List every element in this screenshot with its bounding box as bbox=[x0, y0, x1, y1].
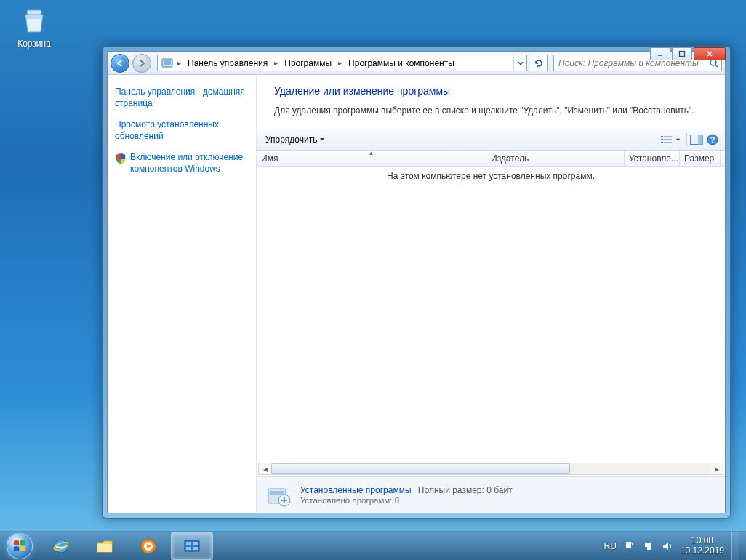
taskbar-ie[interactable] bbox=[40, 532, 82, 560]
recycle-bin-desktop-icon[interactable]: Корзина bbox=[13, 6, 55, 49]
view-button[interactable] bbox=[656, 132, 685, 147]
minimize-button[interactable] bbox=[650, 47, 670, 60]
svg-rect-7 bbox=[661, 136, 663, 137]
media-player-icon bbox=[138, 537, 159, 555]
chevron-down-icon bbox=[518, 60, 524, 66]
recycle-bin-label: Корзина bbox=[13, 39, 55, 49]
svg-rect-4 bbox=[164, 60, 171, 65]
status-bar: Установленные программы Полный размер: 0… bbox=[257, 476, 725, 513]
taskbar-media-player[interactable] bbox=[127, 532, 169, 560]
help-button[interactable]: ? bbox=[705, 134, 721, 145]
tray-date: 10.12.2019 bbox=[681, 546, 724, 556]
arrow-right-icon bbox=[137, 59, 146, 68]
program-list: На этом компьютере нет установленных про… bbox=[257, 167, 725, 476]
svg-rect-30 bbox=[645, 543, 651, 547]
arrow-left-icon bbox=[116, 59, 124, 68]
svg-rect-27 bbox=[193, 542, 198, 545]
volume-icon[interactable] bbox=[662, 540, 673, 552]
svg-rect-31 bbox=[647, 547, 651, 550]
status-title: Установленные программы bbox=[300, 485, 412, 495]
page-subtitle: Для удаления программы выберите ее в спи… bbox=[274, 105, 707, 116]
page-title: Удаление или изменение программы bbox=[274, 85, 707, 97]
sort-ascending-icon: ▲ bbox=[369, 150, 374, 156]
breadcrumb-sep-icon: ▸ bbox=[272, 59, 280, 67]
taskbar: RU 10:08 10.12.2019 bbox=[0, 531, 746, 560]
back-button[interactable] bbox=[111, 54, 129, 73]
svg-rect-8 bbox=[664, 136, 672, 137]
column-headers: Имя ▲ Издатель Установле... Размер bbox=[257, 151, 725, 167]
close-button[interactable] bbox=[694, 47, 726, 60]
column-header-size[interactable]: Размер bbox=[680, 151, 721, 166]
control-panel-taskbar-icon bbox=[182, 537, 202, 555]
maximize-button[interactable] bbox=[672, 47, 692, 60]
status-size-label: Полный размер: bbox=[418, 485, 484, 495]
status-count: Установлено программ: 0 bbox=[300, 496, 513, 505]
ie-icon bbox=[51, 537, 71, 555]
network-icon[interactable] bbox=[643, 540, 654, 552]
sidebar-link-home[interactable]: Панель управления - домашняя страница bbox=[115, 87, 249, 109]
show-desktop-button[interactable] bbox=[731, 532, 739, 561]
organize-button[interactable]: Упорядочить bbox=[261, 132, 329, 147]
toolbar-divider bbox=[686, 133, 687, 146]
windows-orb-icon bbox=[7, 533, 33, 559]
breadcrumb-control-panel[interactable]: Панель управления bbox=[183, 55, 272, 71]
svg-rect-12 bbox=[664, 142, 672, 143]
shield-icon bbox=[115, 153, 127, 164]
preview-pane-button[interactable] bbox=[689, 135, 705, 145]
column-header-publisher[interactable]: Издатель bbox=[486, 151, 625, 166]
explorer-window: ▸ Панель управления ▸ Программы ▸ Програ… bbox=[102, 46, 731, 519]
organize-label: Упорядочить bbox=[265, 135, 317, 145]
svg-rect-0 bbox=[27, 10, 41, 15]
address-bar[interactable]: ▸ Панель управления ▸ Программы ▸ Програ… bbox=[157, 55, 527, 71]
start-button[interactable] bbox=[0, 532, 39, 561]
svg-rect-14 bbox=[698, 135, 703, 145]
sidebar-link-windows-features[interactable]: Включение или отключение компонентов Win… bbox=[130, 152, 249, 175]
action-center-icon[interactable] bbox=[624, 540, 635, 552]
svg-line-6 bbox=[715, 65, 718, 67]
breadcrumb-sep-icon: ▸ bbox=[336, 59, 344, 67]
view-icon bbox=[660, 135, 673, 145]
language-indicator[interactable]: RU bbox=[604, 541, 617, 551]
column-header-name[interactable]: Имя ▲ bbox=[257, 151, 486, 166]
breadcrumb-programs[interactable]: Программы bbox=[280, 55, 336, 71]
empty-list-message: На этом компьютере нет установленных про… bbox=[257, 167, 725, 181]
column-header-installed[interactable]: Установле... bbox=[625, 151, 680, 166]
recycle-bin-icon bbox=[20, 6, 49, 35]
svg-rect-10 bbox=[664, 139, 672, 140]
address-dropdown[interactable] bbox=[513, 55, 526, 71]
scroll-left-icon[interactable]: ◂ bbox=[259, 463, 271, 474]
toolbar: Упорядочить bbox=[257, 129, 725, 151]
explorer-icon bbox=[95, 537, 115, 555]
horizontal-scrollbar[interactable]: ◂ ▸ bbox=[258, 463, 723, 475]
window-controls bbox=[650, 47, 726, 60]
breadcrumb-programs-features[interactable]: Программы и компоненты bbox=[344, 55, 459, 71]
scroll-right-icon[interactable]: ▸ bbox=[710, 463, 723, 474]
preview-pane-icon bbox=[690, 135, 703, 145]
clock[interactable]: 10:08 10.12.2019 bbox=[681, 536, 724, 556]
sidebar-link-updates[interactable]: Просмотр установленных обновлений bbox=[115, 119, 249, 142]
taskbar-control-panel[interactable] bbox=[171, 532, 213, 560]
status-size-value: 0 байт bbox=[486, 485, 512, 495]
scrollbar-thumb[interactable] bbox=[271, 463, 570, 474]
control-panel-icon bbox=[161, 57, 174, 70]
svg-rect-22 bbox=[97, 544, 112, 552]
svg-rect-9 bbox=[661, 139, 663, 140]
breadcrumb-sep-icon: ▸ bbox=[175, 59, 183, 67]
refresh-icon bbox=[534, 58, 544, 68]
svg-text:?: ? bbox=[710, 135, 715, 144]
taskbar-explorer[interactable] bbox=[84, 532, 126, 560]
navigation-bar: ▸ Панель управления ▸ Программы ▸ Програ… bbox=[108, 52, 725, 75]
system-tray: RU 10:08 10.12.2019 bbox=[604, 532, 742, 561]
main-panel: Удаление или изменение программы Для уда… bbox=[257, 75, 725, 513]
help-icon: ? bbox=[707, 134, 718, 145]
svg-rect-26 bbox=[186, 542, 191, 545]
svg-rect-29 bbox=[193, 547, 198, 550]
forward-button[interactable] bbox=[132, 54, 151, 73]
refresh-button[interactable] bbox=[530, 55, 548, 71]
svg-rect-18 bbox=[270, 491, 284, 495]
sidebar: Панель управления - домашняя страница Пр… bbox=[108, 75, 257, 513]
chevron-down-icon bbox=[319, 137, 325, 143]
chevron-down-icon bbox=[675, 137, 681, 143]
tray-time: 10:08 bbox=[681, 536, 724, 546]
svg-rect-2 bbox=[680, 52, 685, 57]
